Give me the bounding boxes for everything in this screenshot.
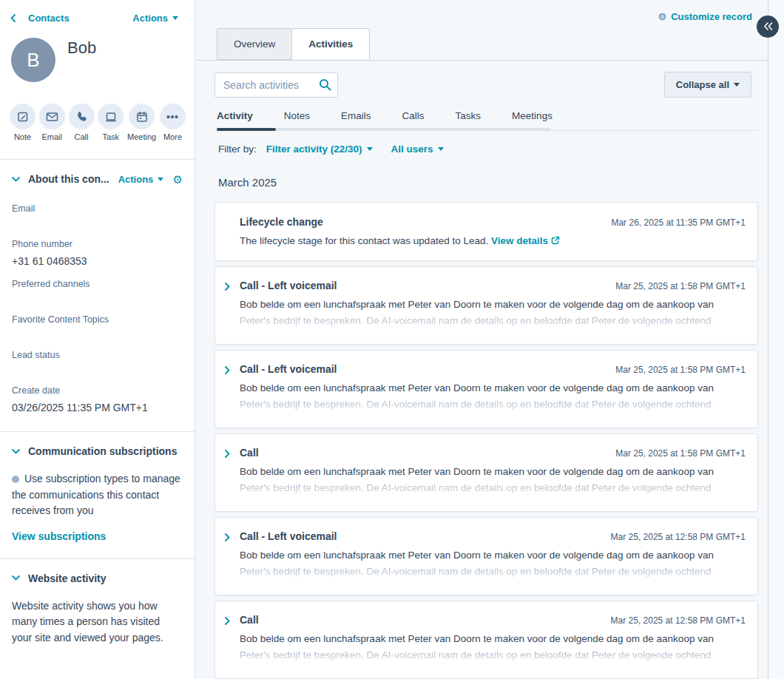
back-to-contacts-link[interactable]: Contacts — [10, 13, 70, 24]
subtab-track — [217, 128, 758, 131]
card-timestamp: Mar 25, 2025 at 1:58 PM GMT+1 — [606, 281, 746, 291]
subtab-emails[interactable]: Emails — [341, 110, 371, 121]
expand-chevron-icon[interactable] — [225, 450, 230, 458]
quick-actions-row: NoteEmailCallTaskMeetingMore — [10, 104, 186, 141]
filter-users-dropdown[interactable]: All users — [391, 143, 444, 155]
card-title: Call - Left voicemail — [240, 530, 337, 542]
customize-record-link[interactable]: ⚙ Customize record — [658, 11, 752, 22]
about-settings-gear-icon[interactable]: ⚙ — [173, 174, 183, 185]
activity-type-subtabs: ActivityNotesEmailsCallsTasksMeetings — [217, 110, 768, 121]
quick-action-task[interactable]: Task — [98, 104, 124, 141]
about-section: About this con... Actions ⚙ EmailPhone n… — [0, 159, 195, 415]
field-value[interactable]: +31 61 0468353 — [12, 255, 183, 268]
filter-activity-label: Filter activity (22/30) — [266, 143, 362, 155]
card-header: Call - Left voicemailMar 25, 2025 at 12:… — [240, 530, 746, 542]
timeline-card-lifecycle: Lifecycle changeMar 26, 2025 at 11:35 PM… — [214, 202, 758, 261]
expand-chevron-icon[interactable] — [225, 617, 230, 625]
subtab-notes[interactable]: Notes — [284, 110, 310, 121]
expand-chevron-icon[interactable] — [225, 283, 230, 291]
view-details-link[interactable]: View details — [491, 235, 548, 246]
field-value[interactable] — [12, 295, 183, 304]
card-header: CallMar 25, 2025 at 12:58 PM GMT+1 — [240, 614, 746, 626]
filter-users-label: All users — [391, 143, 433, 155]
quick-action-more[interactable]: More — [160, 104, 186, 141]
quick-action-label: Task — [102, 132, 119, 141]
filter-activity-dropdown[interactable]: Filter activity (22/30) — [266, 143, 373, 155]
quick-action-email[interactable]: Email — [39, 104, 65, 141]
card-title: Call - Left voicemail — [240, 280, 337, 291]
quick-action-label: Call — [75, 132, 89, 141]
chevron-down-icon[interactable] — [12, 449, 20, 454]
actions-label: Actions — [132, 13, 168, 24]
search-icon[interactable] — [319, 78, 331, 94]
card-body-line-2: Peter's bedrijf te bespreken. De AI-voic… — [240, 649, 746, 662]
card-body-line-2: Peter's bedrijf te bespreken. De AI-voic… — [240, 482, 746, 495]
about-section-header: About this con... Actions ⚙ — [12, 173, 183, 185]
field-label: Preferred channels — [12, 278, 183, 291]
chevron-down-icon[interactable] — [12, 575, 20, 581]
expand-chevron-icon[interactable] — [225, 533, 230, 541]
subtab-track-bar — [217, 128, 551, 131]
chevron-down-icon[interactable] — [12, 177, 20, 182]
contact-actions-dropdown[interactable]: Actions — [132, 13, 178, 24]
card-body-line-1: Bob belde om een lunchafspraak met Peter… — [240, 298, 746, 311]
task-icon — [98, 104, 124, 129]
quick-action-label: Email — [42, 132, 63, 141]
subtab-active-indicator — [217, 128, 276, 131]
quick-action-label: Note — [14, 132, 31, 141]
subscriptions-section-header: Communication subscriptions — [12, 445, 183, 457]
about-field-create-date: Create date03/26/2025 11:35 PM GMT+1 — [12, 385, 183, 415]
subtab-calls[interactable]: Calls — [402, 110, 425, 121]
field-value[interactable] — [12, 331, 183, 340]
about-actions-label: Actions — [118, 174, 154, 185]
field-value[interactable] — [12, 366, 183, 375]
subtab-activity[interactable]: Activity — [217, 110, 253, 121]
view-subscriptions-link[interactable]: View subscriptions — [12, 530, 106, 542]
card-header: Lifecycle changeMar 26, 2025 at 11:35 PM… — [240, 216, 746, 228]
external-link-icon — [551, 236, 560, 245]
field-value[interactable]: 03/26/2025 11:35 PM GMT+1 — [12, 402, 183, 415]
tab-overview[interactable]: Overview — [217, 28, 292, 60]
card-header: CallMar 25, 2025 at 1:58 PM GMT+1 — [240, 447, 746, 459]
communication-subscriptions-section: Communication subscriptions Use subscrip… — [0, 431, 195, 543]
filter-row: Filter by: Filter activity (22/30) All u… — [218, 143, 768, 155]
card-body: Bob belde om een lunchafspraak met Peter… — [240, 298, 746, 328]
subscriptions-description-text: Use subscription types to manage the com… — [12, 473, 180, 516]
field-value[interactable] — [12, 220, 183, 229]
website-activity-section: Website activity Website activity shows … — [0, 558, 195, 669]
website-activity-description: Website activity shows you how many time… — [12, 598, 183, 646]
card-timestamp: Mar 25, 2025 at 12:58 PM GMT+1 — [602, 532, 746, 542]
avatar: B — [11, 38, 55, 82]
collapse-panel-button[interactable] — [757, 16, 779, 38]
card-body-line-1: Bob belde om een lunchafspraak met Peter… — [240, 549, 746, 562]
tab-activities[interactable]: Activities — [291, 28, 370, 60]
about-field-phone-number: Phone number+31 61 0468353 — [12, 238, 183, 268]
quick-action-meeting[interactable]: Meeting — [127, 104, 156, 141]
field-label: Email — [12, 203, 183, 215]
about-actions-dropdown[interactable]: Actions — [118, 174, 164, 185]
note-icon — [10, 104, 36, 129]
record-tabbar: Overview Activities — [195, 28, 768, 61]
expand-chevron-icon[interactable] — [225, 366, 230, 374]
card-timestamp: Mar 26, 2025 at 11:35 PM GMT+1 — [602, 217, 746, 228]
card-header: Call - Left voicemailMar 25, 2025 at 1:5… — [240, 363, 746, 375]
subtab-tasks[interactable]: Tasks — [456, 110, 481, 121]
card-body: Bob belde om een lunchafspraak met Peter… — [240, 549, 746, 578]
quick-action-label: Meeting — [127, 132, 156, 141]
field-label: Lead status — [12, 349, 183, 362]
card-body-line-1: Bob belde om een lunchafspraak met Peter… — [240, 465, 746, 479]
quick-action-call[interactable]: Call — [69, 104, 95, 141]
card-body-line-2: Peter's bedrijf te bespreken. De AI-voic… — [240, 565, 746, 578]
subtab-meetings[interactable]: Meetings — [512, 110, 552, 121]
collapse-all-button[interactable]: Collapse all — [664, 72, 751, 98]
double-chevron-left-icon — [763, 20, 773, 33]
about-section-title: About this con... — [28, 173, 109, 185]
caret-down-icon — [158, 178, 163, 181]
month-header: March 2025 — [218, 176, 768, 189]
card-header: Call - Left voicemailMar 25, 2025 at 1:5… — [240, 280, 746, 291]
filter-by-label: Filter by: — [218, 143, 257, 155]
card-body-line-1: Bob belde om een lunchafspraak met Peter… — [240, 632, 746, 646]
quick-action-note[interactable]: Note — [10, 104, 36, 141]
sidebar-header: Contacts Actions — [0, 0, 195, 24]
subtab-track-line — [551, 130, 758, 131]
